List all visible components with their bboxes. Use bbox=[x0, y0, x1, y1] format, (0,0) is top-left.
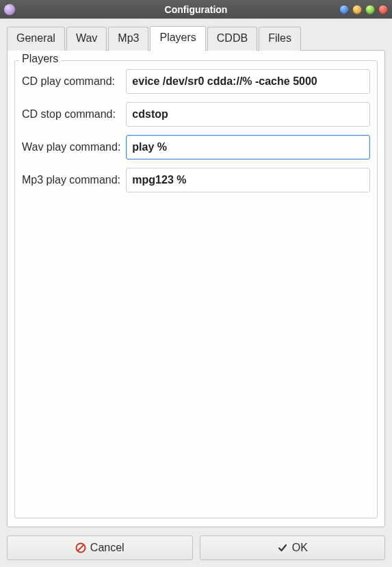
tab-files[interactable]: Files bbox=[259, 27, 301, 51]
svg-line-1 bbox=[77, 545, 83, 551]
tab-mp3[interactable]: Mp3 bbox=[108, 27, 148, 51]
tab-content-players: Players CD play command: CD stop command… bbox=[7, 50, 385, 527]
input-wav-play-command[interactable] bbox=[126, 135, 370, 160]
players-form: CD play command: CD stop command: Wav pl… bbox=[22, 69, 370, 192]
tab-cddb[interactable]: CDDB bbox=[207, 27, 257, 51]
input-cd-stop-command[interactable] bbox=[126, 102, 370, 127]
ok-button-label: OK bbox=[292, 542, 308, 554]
input-mp3-play-command[interactable] bbox=[126, 168, 370, 192]
tab-players[interactable]: Players bbox=[150, 26, 205, 51]
label-wav-play-command: Wav play command: bbox=[22, 141, 120, 153]
window-title: Configuration bbox=[165, 4, 228, 15]
window-button-green[interactable] bbox=[365, 5, 375, 14]
window-button-blue[interactable] bbox=[339, 5, 349, 14]
window-body: General Wav Mp3 Players CDDB Files Playe… bbox=[0, 18, 392, 567]
tabs-container: General Wav Mp3 Players CDDB Files Playe… bbox=[7, 26, 385, 527]
label-cd-stop-command: CD stop command: bbox=[22, 108, 120, 121]
input-cd-play-command[interactable] bbox=[126, 69, 370, 94]
label-cd-play-command: CD play command: bbox=[22, 75, 120, 88]
dialog-buttons: Cancel OK bbox=[7, 536, 385, 560]
players-fieldset: Players CD play command: CD stop command… bbox=[14, 60, 378, 518]
titlebar[interactable]: Configuration bbox=[0, 0, 392, 18]
window-button-orange[interactable] bbox=[352, 5, 362, 14]
cancel-button[interactable]: Cancel bbox=[7, 536, 193, 560]
configuration-window: Configuration General Wav Mp3 Players CD… bbox=[0, 0, 392, 567]
window-button-red[interactable] bbox=[378, 5, 388, 14]
no-entry-icon bbox=[75, 542, 86, 553]
app-icon bbox=[4, 4, 15, 15]
check-icon bbox=[277, 542, 288, 553]
ok-button[interactable]: OK bbox=[200, 536, 386, 560]
tab-wav[interactable]: Wav bbox=[66, 27, 107, 51]
players-legend: Players bbox=[19, 53, 61, 65]
label-mp3-play-command: Mp3 play command: bbox=[22, 174, 120, 186]
cancel-button-label: Cancel bbox=[90, 542, 125, 554]
tab-general[interactable]: General bbox=[7, 27, 65, 51]
tabs-bar: General Wav Mp3 Players CDDB Files bbox=[7, 26, 385, 50]
